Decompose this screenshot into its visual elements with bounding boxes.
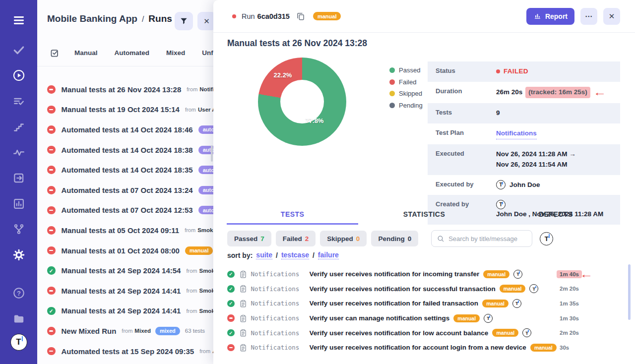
test-result-row[interactable]: Notifications Verify user receives notif… xyxy=(227,267,621,282)
detail-row-duration: Duration 26m 20s (tracked: 16m 25s) ← xyxy=(428,82,620,103)
detail-row-test-plan: Test Plan Notifications xyxy=(428,123,620,144)
run-list-item[interactable]: New Mixed Run fromMixed mixed 63 tests xyxy=(37,321,213,341)
testcase-clipboard-icon xyxy=(239,270,247,278)
runs-tab[interactable]: Manual xyxy=(74,49,98,57)
bar-chart-icon[interactable] xyxy=(12,197,25,210)
test-result-row[interactable]: Notifications Verify user can manage not… xyxy=(227,311,621,326)
run-status-icon xyxy=(47,307,56,315)
tests-scrollbar-thumb[interactable] xyxy=(628,264,631,320)
runs-tab[interactable]: Automated xyxy=(115,49,150,57)
user-avatar[interactable]: T xyxy=(10,334,27,351)
status-filter-chip[interactable]: Skipped 0 xyxy=(320,231,367,246)
folder-icon[interactable] xyxy=(12,312,25,325)
filter-button[interactable] xyxy=(175,12,193,30)
run-title: Automated tests at 07 Oct 2024 12:53 xyxy=(62,206,193,214)
checkmark-icon[interactable] xyxy=(12,44,25,57)
runs-scrollbar-thumb[interactable] xyxy=(211,145,213,162)
run-list-item[interactable]: Manual tests at 01 Oct 2024 08:00 manual… xyxy=(37,241,213,261)
breadcrumb-separator: / xyxy=(142,15,144,24)
run-source-plan: Mixed xyxy=(134,328,151,334)
status-value: FAILED xyxy=(504,66,528,77)
run-test-count: 63 tests xyxy=(185,328,205,334)
sort-by-testcase[interactable]: testcase xyxy=(281,251,309,259)
search-input[interactable] xyxy=(448,235,527,243)
run-list-item[interactable]: Automated tests at 07 Oct 2024 13:24 aut… xyxy=(37,180,213,200)
detail-tab[interactable]: DEFECTS xyxy=(490,210,622,225)
breadcrumb-project[interactable]: Mobile Banking App xyxy=(47,13,137,24)
run-source: fromAutomation xyxy=(199,348,213,354)
status-dot xyxy=(496,69,500,73)
report-button[interactable]: Report xyxy=(526,8,574,25)
runs-tab[interactable]: Mixed xyxy=(166,49,185,57)
test-result-row[interactable]: Notifications Verify user receives notif… xyxy=(227,325,621,340)
exit-box-icon[interactable] xyxy=(12,172,25,184)
run-list-item[interactable]: Automated tests at 07 Oct 2024 12:53 aut… xyxy=(37,200,213,221)
detail-close-button[interactable]: ✕ xyxy=(603,8,620,25)
detail-tab[interactable]: TESTS xyxy=(227,210,358,225)
sort-by-suite[interactable]: suite xyxy=(256,251,272,259)
legend-dot xyxy=(389,79,395,85)
legend-label: Passed xyxy=(399,66,420,74)
play-circle-icon[interactable] xyxy=(12,69,25,82)
run-list-item[interactable]: Automated tests at 14 Oct 2024 18:46 aut… xyxy=(37,120,213,140)
test-status-icon xyxy=(227,344,235,352)
test-filters-row: Passed 7 Failed 2 Skipped 0 Pending 0 T xyxy=(227,230,621,247)
test-type-badge: manual xyxy=(492,329,518,337)
run-list-item[interactable]: Manual tests at 24 Sep 2024 14:41 fromSm… xyxy=(37,281,213,301)
results-donut-chart: 22.2% 77.8% xyxy=(258,58,346,146)
status-filter-chip[interactable]: Failed 2 xyxy=(276,231,316,246)
runs-filter-close-button[interactable]: ✕ xyxy=(197,12,213,30)
test-title-zone: Verify user receives notification for su… xyxy=(310,284,558,293)
run-list-item[interactable]: Manual tests at 24 Sep 2024 14:41 fromSm… xyxy=(37,301,213,321)
legend-dot xyxy=(389,103,395,108)
run-type-badge: manual xyxy=(185,246,213,255)
legend-label: Failed xyxy=(399,78,416,86)
test-title-zone: Verify user receives notification for ac… xyxy=(310,343,558,352)
test-suite-name: Notifications xyxy=(251,329,310,337)
run-list-item[interactable]: Manual tests at 24 Sep 2024 14:54 fromSm… xyxy=(37,260,213,281)
select-all-icon[interactable] xyxy=(50,48,60,58)
test-result-row[interactable]: Notifications Verify user receives notif… xyxy=(227,296,621,311)
run-list-item[interactable]: Automated tests at 15 Sep 2024 09:35 fro… xyxy=(37,341,213,362)
run-list-item[interactable]: Automated tests at 14 Oct 2024 18:35 aut… xyxy=(37,160,213,180)
list-check-icon[interactable] xyxy=(12,95,25,108)
run-status-icon xyxy=(47,206,56,215)
tracked-duration: (tracked: 16m 25s) xyxy=(525,87,590,98)
filter-count: 0 xyxy=(408,235,412,243)
status-filter-chip[interactable]: Passed 7 xyxy=(227,231,271,246)
run-source-plan: Notifications xyxy=(199,86,213,92)
test-result-row[interactable]: Notifications Verify user receives notif… xyxy=(227,340,621,355)
run-list-item[interactable]: Manual tests at 26 Nov 2024 13:28 fromNo… xyxy=(37,79,213,100)
run-status-icon xyxy=(47,166,56,174)
test-type-badge: manual xyxy=(453,314,480,322)
run-source: fromMixed xyxy=(122,328,151,334)
test-title: Verify user receives notification for su… xyxy=(310,285,496,293)
branch-milestones-icon[interactable] xyxy=(12,223,25,236)
detail-tab[interactable]: STATISTICS xyxy=(358,210,490,225)
run-list-item[interactable]: Automated tests at 14 Oct 2024 18:38 aut… xyxy=(37,140,213,160)
test-plan-link[interactable]: Notifications xyxy=(496,128,537,139)
activity-pulse-icon[interactable] xyxy=(12,146,25,159)
run-title: Manual tests at 26 Nov 2024 13:28 xyxy=(62,85,182,94)
runs-tab[interactable]: Unfinished xyxy=(202,49,213,57)
steps-icon[interactable] xyxy=(12,121,25,133)
gear-icon[interactable] xyxy=(12,248,25,261)
test-type-badge: manual xyxy=(483,270,509,278)
run-list-item[interactable]: Manual tests at 05 Oct 2024 09:11 fromSm… xyxy=(37,220,213,241)
sort-by-failure[interactable]: failure xyxy=(318,251,339,259)
run-list-item[interactable]: Manual tests at 19 Oct 2024 15:14 fromUs… xyxy=(37,100,213,120)
test-suite-name: Notifications xyxy=(251,344,310,351)
status-filter-chip[interactable]: Pending 0 xyxy=(371,231,418,246)
menu-icon[interactable] xyxy=(12,14,25,27)
run-status-icon xyxy=(47,125,56,134)
test-status-icon xyxy=(227,329,235,337)
test-title: Verify user receives notification for in… xyxy=(310,270,480,278)
assignee-filter-avatar[interactable]: T xyxy=(540,232,553,245)
more-actions-button[interactable]: ⋯ xyxy=(580,8,597,25)
test-status-icon xyxy=(227,300,235,307)
copy-run-id-button[interactable] xyxy=(296,11,306,21)
filter-count: 7 xyxy=(260,235,264,243)
copy-icon xyxy=(296,11,306,21)
test-result-row[interactable]: Notifications Verify user receives notif… xyxy=(227,282,621,297)
help-icon[interactable]: ? xyxy=(12,287,25,300)
